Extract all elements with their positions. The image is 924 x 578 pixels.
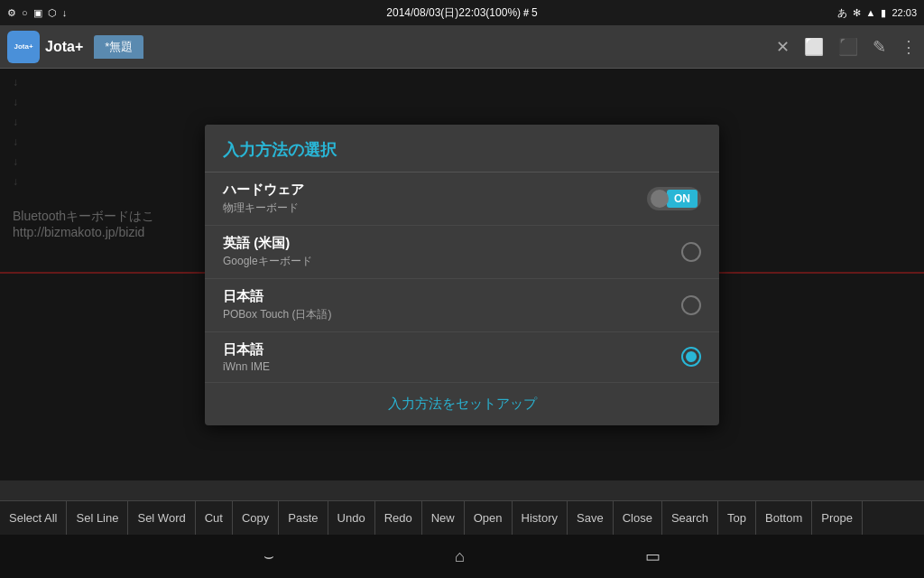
hardware-title: ハードウェア	[223, 182, 647, 199]
iwnn-subtitle: iWnn IME	[223, 360, 681, 373]
setup-input-method-link[interactable]: 入力方法をセットアップ	[388, 396, 537, 411]
btn-select-all[interactable]: Select All	[0, 501, 67, 535]
dialog-footer[interactable]: 入力方法をセットアップ	[205, 383, 719, 425]
circle-icon: ○	[22, 7, 28, 18]
btn-paste[interactable]: Paste	[279, 501, 328, 535]
radio-english[interactable]	[681, 242, 701, 262]
ime-status-icon: あ	[837, 6, 847, 20]
main-content: ↓ ↓ ↓ ↓ ↓ ↓ Bluetoothキーボードはこ http://bizm…	[0, 69, 924, 480]
toolbar: Jota+ Jota+ *無題 ✕ ⬜ ⬛ ✎ ⋮	[0, 25, 924, 69]
square-icon: ▣	[33, 7, 42, 19]
status-right-icons: あ ✻ ▲ ▮ 22:03	[837, 6, 917, 20]
dialog-title: 入力方法の選択	[205, 125, 719, 172]
app-logo: Jota+	[7, 31, 40, 63]
copy-icon[interactable]: ⬜	[804, 37, 824, 57]
status-bar: ⚙ ○ ▣ ⬡ ↓ 2014/08/03(日)22:03(100%)＃5 あ ✻…	[0, 0, 924, 25]
btn-history[interactable]: History	[513, 501, 568, 535]
toolbar-actions: ✕ ⬜ ⬛ ✎ ⋮	[776, 37, 917, 57]
hardware-subtitle: 物理キーボード	[223, 200, 647, 216]
pobox-title: 日本語	[223, 288, 681, 305]
hardware-toggle[interactable]: ON	[647, 187, 701, 210]
english-subtitle: Googleキーボード	[223, 254, 681, 269]
bottom-toolbar: Select All Sel Line Sel Word Cut Copy Pa…	[0, 500, 924, 535]
toggle-on-label: ON	[667, 190, 698, 208]
radio-iwnn[interactable]	[681, 347, 701, 367]
bluetooth-icon: ✻	[853, 7, 861, 19]
english-title: 英語 (米国)	[223, 235, 681, 252]
download-icon: ↓	[62, 7, 68, 18]
input-method-dialog: 入力方法の選択 ハードウェア 物理キーボード ON 英語 (米国) Google…	[205, 125, 719, 425]
btn-close[interactable]: Close	[614, 501, 662, 535]
status-left-icons: ⚙ ○ ▣ ⬡ ↓	[7, 7, 67, 19]
dialog-item-text-pobox: 日本語 POBox Touch (日本語)	[223, 288, 681, 322]
btn-redo[interactable]: Redo	[375, 501, 422, 535]
recents-button[interactable]: ▭	[645, 546, 661, 566]
dialog-item-hardware[interactable]: ハードウェア 物理キーボード ON	[205, 172, 719, 226]
btn-open[interactable]: Open	[465, 501, 513, 535]
dialog-item-text-iwnn: 日本語 iWnn IME	[223, 341, 681, 373]
dialog-item-japanese-iwnn[interactable]: 日本語 iWnn IME	[205, 332, 719, 383]
home-button[interactable]: ⌂	[455, 547, 465, 566]
status-datetime: 2014/08/03(日)22:03(100%)＃5	[386, 5, 537, 21]
btn-cut[interactable]: Cut	[196, 501, 233, 535]
wifi-icon: ▲	[866, 7, 876, 18]
pobox-subtitle: POBox Touch (日本語)	[223, 307, 681, 322]
back-button[interactable]: ⌣	[263, 547, 274, 566]
btn-top[interactable]: Top	[718, 501, 756, 535]
btn-prope[interactable]: Prope	[812, 501, 863, 535]
dialog-item-text-english: 英語 (米国) Googleキーボード	[223, 235, 681, 269]
btn-sel-line[interactable]: Sel Line	[67, 501, 128, 535]
btn-copy[interactable]: Copy	[233, 501, 279, 535]
toggle-knob	[651, 190, 669, 208]
dialog-item-english[interactable]: 英語 (米国) Googleキーボード	[205, 226, 719, 279]
btn-sel-word[interactable]: Sel Word	[128, 501, 195, 535]
cut-icon[interactable]: ✕	[776, 37, 790, 57]
btn-undo[interactable]: Undo	[328, 501, 375, 535]
app-title: Jota+	[45, 39, 83, 55]
btn-save[interactable]: Save	[568, 501, 614, 535]
more-icon[interactable]: ⋮	[901, 37, 917, 57]
iwnn-title: 日本語	[223, 341, 681, 359]
radio-pobox[interactable]	[681, 295, 701, 315]
dialog-item-text-hardware: ハードウェア 物理キーボード	[223, 182, 647, 216]
dialog-item-japanese-pobox[interactable]: 日本語 POBox Touch (日本語)	[205, 279, 719, 332]
nav-bar: ⌣ ⌂ ▭	[0, 535, 924, 578]
btn-bottom[interactable]: Bottom	[756, 501, 812, 535]
logo-text: Jota+	[14, 43, 32, 51]
paste-icon[interactable]: ⬛	[838, 37, 858, 57]
clock: 22:03	[892, 7, 917, 18]
hex-icon: ⬡	[48, 7, 57, 19]
settings-icon: ⚙	[7, 7, 16, 19]
radio-dot	[686, 351, 697, 362]
edit-icon[interactable]: ✎	[873, 37, 886, 57]
dialog-overlay: 入力方法の選択 ハードウェア 物理キーボード ON 英語 (米国) Google…	[0, 69, 924, 480]
current-tab[interactable]: *無題	[94, 35, 143, 59]
battery-icon: ▮	[881, 7, 886, 19]
btn-search[interactable]: Search	[662, 501, 718, 535]
btn-new[interactable]: New	[422, 501, 465, 535]
